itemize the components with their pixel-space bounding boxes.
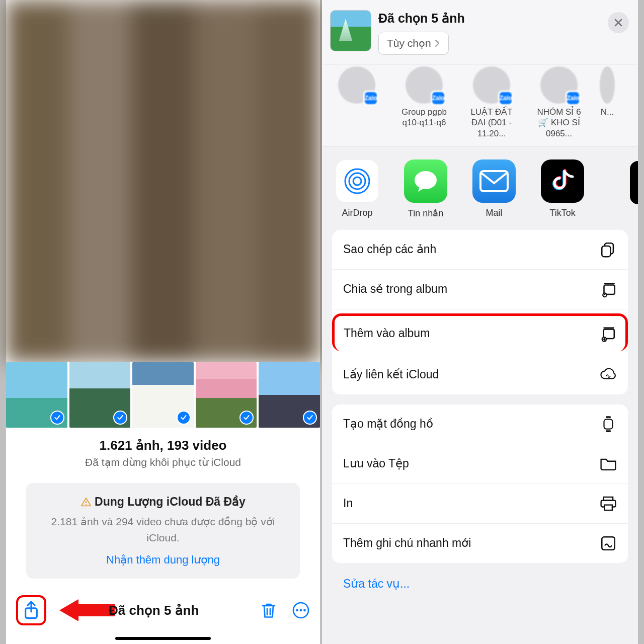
share-button[interactable] [16,595,46,625]
thumbnail[interactable] [6,362,67,428]
svg-rect-11 [480,171,508,191]
svg-point-4 [296,609,298,612]
action-group: Tạo mặt đồng hồ Lưu vào Tệp In Thêm ghi … [332,405,628,563]
share-sheet: Đã chọn 5 ảnh Tùy chọn Zalo Zalo Group p… [322,0,644,644]
contact-item[interactable]: Zalo NHÓM SỈ 6 🛒 KHO SỈ 0965... [532,66,586,139]
thumbnail[interactable] [196,362,257,428]
svg-rect-21 [606,430,611,432]
check-icon [113,411,127,425]
app-airdrop[interactable]: AirDrop [332,159,382,219]
icloud-storage-warning[interactable]: Dung Lượng iCloud Đã Đầy 2.181 ảnh và 29… [26,483,300,579]
close-icon [613,18,623,28]
trash-icon[interactable] [260,601,278,619]
home-indicator [115,637,211,640]
action-create-watch-face[interactable]: Tạo mặt đồng hồ [332,405,628,444]
svg-rect-24 [604,505,612,510]
app-label: Mail [469,208,519,218]
zalo-badge-icon: Zalo [566,91,581,106]
action-new-quick-note[interactable]: Thêm ghi chú nhanh mới [332,524,628,563]
zalo-badge-icon: Zalo [498,91,513,106]
svg-point-10 [415,171,437,189]
action-print[interactable]: In [332,484,628,524]
action-icloud-link[interactable]: Lấy liên kết iCloud [332,355,628,394]
app-mail[interactable]: Mail [469,159,519,219]
action-save-to-files[interactable]: Lưu vào Tệp [332,444,628,484]
preview-thumbnail [330,10,371,51]
app-label: AirDrop [332,208,382,218]
action-copy-photos[interactable]: Sao chép các ảnh [332,230,628,270]
warning-icon [80,497,92,508]
action-label: In [343,497,353,510]
action-add-to-album[interactable]: Thêm vào album [332,313,628,351]
action-label: Thêm vào album [344,327,430,340]
icloud-warning-title: Dung Lượng iCloud Đã Đầy [95,495,246,509]
folder-icon [600,455,617,472]
apps-row[interactable]: AirDrop Tin nhắn Mail TikTok [322,146,638,226]
get-more-storage-link[interactable]: Nhận thêm dung lượng [35,553,291,567]
contact-item[interactable]: Zalo LUẬT ĐẤT ĐAI (D01 - 11.20... [465,66,518,139]
watch-icon [600,416,617,433]
svg-rect-13 [602,246,610,257]
library-counts: 1.621 ảnh, 193 video Đã tạm dừng khôi ph… [6,438,320,468]
thumbnail[interactable] [132,362,194,428]
contact-name: N... [600,107,615,117]
contact-name: LUẬT ĐẤT ĐAI (D01 - 11.20... [465,107,518,139]
icloud-link-icon [600,366,617,383]
airdrop-icon [336,159,379,203]
edit-actions-link[interactable]: Sửa tác vụ... [332,573,628,595]
photo-grid-blurred [6,0,320,362]
app-overflow-peek [630,161,638,204]
action-label: Sao chép các ảnh [343,243,436,256]
avatar: Zalo [406,66,443,104]
action-label: Chia sẻ trong album [343,282,447,296]
thumbnail[interactable] [69,362,131,428]
contact-item[interactable]: N... [600,66,615,139]
contacts-row[interactable]: Zalo Zalo Group pgpb q10-q11-q6 Zalo LUẬ… [322,64,638,146]
svg-point-1 [86,504,87,505]
action-label: Thêm ghi chú nhanh mới [343,536,471,550]
options-button-label: Tùy chọn [387,37,431,49]
copy-icon [600,241,617,258]
close-button[interactable] [608,12,629,33]
svg-point-5 [300,609,302,612]
options-button[interactable]: Tùy chọn [378,32,449,55]
add-album-icon [599,325,616,342]
zalo-badge-icon: Zalo [431,91,446,106]
check-icon [50,411,64,425]
svg-point-8 [349,173,365,189]
svg-point-6 [303,609,306,612]
avatar: Zalo [473,66,510,104]
tutorial-arrow-icon [54,596,115,624]
svg-rect-25 [602,537,615,550]
contact-item[interactable]: Zalo [330,66,383,139]
app-label: TikTok [537,208,588,218]
avatar: Zalo [540,66,578,104]
printer-icon [600,495,617,512]
thumbnail[interactable] [259,362,320,428]
action-label: Lấy liên kết iCloud [343,368,439,381]
selected-thumbnails-strip [6,362,320,428]
svg-rect-19 [604,419,613,429]
chevron-right-icon [434,39,440,47]
app-tiktok[interactable]: TikTok [537,159,588,219]
contact-name: Group pgpb q10-q11-q6 [397,107,451,128]
share-sheet-header: Đã chọn 5 ảnh Tùy chọn [322,0,638,64]
svg-point-16 [604,294,606,295]
share-album-icon [600,281,617,298]
icloud-warning-subtitle: 2.181 ảnh và 294 video chưa được đồng bộ… [35,514,291,545]
app-messages[interactable]: Tin nhắn [400,159,451,219]
action-share-in-album[interactable]: Chia sẻ trong album [332,270,628,309]
app-label: Tin nhắn [400,208,451,219]
messages-icon [404,159,447,203]
contact-item[interactable]: Zalo Group pgpb q10-q11-q6 [397,66,451,139]
mail-icon [472,159,516,203]
avatar: Zalo [338,66,375,104]
more-icon[interactable] [292,601,310,619]
share-sheet-title: Đã chọn 5 ảnh [378,11,465,26]
icloud-pause-text: Đã tạm dừng khôi phục từ iCloud [6,456,320,468]
photos-library-screen: 1.621 ảnh, 193 video Đã tạm dừng khôi ph… [0,0,322,644]
avatar [600,66,615,104]
action-label: Tạo mặt đồng hồ [343,417,433,431]
action-label: Lưu vào Tệp [343,457,409,470]
selection-count-label: Đã chọn 5 ảnh [109,603,199,618]
